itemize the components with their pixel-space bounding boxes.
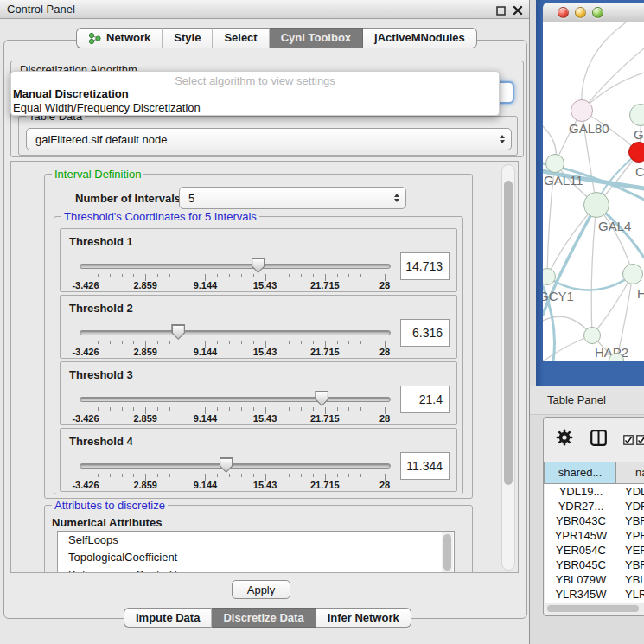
table-panel-titlebar: Table Panel <box>530 386 644 415</box>
numerical-attributes-heading: Numerical Attributes <box>52 516 162 529</box>
slider-track[interactable] <box>80 330 391 335</box>
table-horizontal-scrollbar[interactable] <box>545 603 644 613</box>
scrollbar-thumb[interactable] <box>547 605 639 612</box>
table-header-cell-na[interactable]: na <box>616 462 644 484</box>
network-canvas[interactable]: GAL80GALCGAL11GAL4GCY1HHAP2 <box>543 22 644 361</box>
threshold-value-field[interactable]: 21.4 <box>400 386 450 413</box>
threshold-value-field[interactable]: 6.316 <box>400 319 450 347</box>
control-panel-titlebar: Control Panel <box>0 0 529 19</box>
tab-select[interactable]: Select <box>213 28 269 48</box>
threshold-2-panel: Threshold 2-3.4262.8599.14415.4321.71528… <box>60 295 457 359</box>
num-intervals-label: Number of Intervals <box>75 192 181 205</box>
group-title: Threshold's Coordinates for 5 Intervals <box>61 210 259 223</box>
dropdown-option-manual-discretization[interactable]: Manual Discretization <box>11 87 499 101</box>
combo-stepper-icon <box>394 194 399 202</box>
table-cell: YPR145W <box>545 528 617 543</box>
network-node-h[interactable] <box>622 264 643 284</box>
dropdown-option-equal-width-frequency-discretization[interactable]: Equal Width/Frequency Discretization <box>11 101 499 115</box>
scrollbar-thumb[interactable] <box>443 534 451 571</box>
tab-impute-data[interactable]: Impute Data <box>124 608 212 628</box>
network-node-hap2[interactable] <box>583 327 601 344</box>
table-cell: YDR2 <box>617 499 644 513</box>
scrollbar-thumb[interactable] <box>504 181 513 485</box>
network-window-titlebar <box>543 3 644 22</box>
slider-ticks <box>86 405 385 413</box>
table-cell: YBR0 <box>617 558 644 572</box>
slider-track[interactable] <box>80 463 391 469</box>
table-row[interactable]: YDL19...YDL1 <box>545 484 644 499</box>
table-cell: YER0 <box>617 543 644 558</box>
table-row[interactable]: YLR345WYLR3 <box>545 587 644 602</box>
slider-tick-labels: -3.4262.8599.14415.4321.71528 <box>86 480 385 490</box>
tab-discretize-data[interactable]: Discretize Data <box>212 608 316 628</box>
table-row[interactable]: YDR27...YDR2 <box>545 499 644 513</box>
slider-thumb[interactable] <box>252 258 265 273</box>
attribute-item-selfloops[interactable]: SelfLoops <box>58 532 454 549</box>
apply-button[interactable]: Apply <box>232 580 290 599</box>
table-header-cell-shared[interactable]: shared... <box>544 462 616 484</box>
settings-gear-icon[interactable] <box>556 429 573 450</box>
table-cell: YDR27... <box>545 499 617 513</box>
float-window-button[interactable] <box>494 4 507 16</box>
tab-label: Impute Data <box>136 608 200 628</box>
slider-thumb[interactable] <box>220 457 233 473</box>
threshold-value-field[interactable]: 14.713 <box>400 252 450 280</box>
interval-definition-group: Interval Definition Number of Intervals … <box>44 174 473 499</box>
close-icon <box>513 5 523 16</box>
node-label: GAL4 <box>598 219 631 233</box>
tab-cyni-toolbox[interactable]: Cyni Toolbox <box>270 28 363 48</box>
attribute-item-topologicalcoefficient[interactable]: TopologicalCoefficient <box>58 549 454 566</box>
cyni-mode-tab-bar: Impute DataDiscretize DataInfer Network <box>124 608 411 628</box>
threshold-value-field[interactable]: 11.344 <box>400 452 450 480</box>
right-panel-area: GAL80GALCGAL11GAL4GCY1HHAP2 Table Panel <box>530 0 644 644</box>
network-node-gal80[interactable] <box>571 99 593 122</box>
close-window-button[interactable] <box>512 4 524 16</box>
tab-infer-network[interactable]: Infer Network <box>316 608 411 628</box>
slider-ticks <box>86 272 385 280</box>
network-node-gal11[interactable] <box>545 154 564 173</box>
threshold-3-panel: Threshold 3-3.4262.8599.14415.4321.71528… <box>60 361 457 425</box>
table-cell: YBR0 <box>617 513 644 528</box>
network-node-gal4[interactable] <box>583 192 609 218</box>
select-columns-checkbox-icon[interactable] <box>623 433 634 449</box>
threshold-4-panel: Threshold 4-3.4262.8599.14415.4321.71528… <box>60 428 457 492</box>
control-panel-window: Control Panel NetworkStyleSelectCyni Too… <box>0 0 530 644</box>
table-cell: YBR045C <box>545 558 617 572</box>
minimize-traffic-light-button[interactable] <box>575 7 586 18</box>
slider-track[interactable] <box>80 397 391 402</box>
settings-scrollbar[interactable] <box>501 164 515 571</box>
attributes-scrollbar[interactable] <box>442 532 453 572</box>
algorithm-dropdown-popup: Select algorithm to view settings Manual… <box>10 71 500 116</box>
threshold-1-panel: Threshold 1-3.4262.8599.14415.4321.71528… <box>60 228 457 292</box>
slider-track[interactable] <box>80 264 391 269</box>
attribute-item-betweennesscentrality[interactable]: BetweennessCentrality <box>58 566 454 573</box>
close-traffic-light-button[interactable] <box>558 7 569 18</box>
slider-thumb[interactable] <box>315 391 328 406</box>
node-label: GCY1 <box>543 289 574 303</box>
table-row[interactable]: YPR145WYPR1 <box>545 528 644 543</box>
tab-label: Discretize Data <box>223 608 303 628</box>
tab-label: Select <box>224 28 257 48</box>
node-label: GAL80 <box>569 121 609 136</box>
table-row[interactable]: YBR043CYBR0 <box>545 513 644 528</box>
select-all-checkbox-icon[interactable] <box>636 433 644 449</box>
num-intervals-combobox[interactable]: 5 <box>179 187 406 209</box>
table-cell: YBL0 <box>617 572 644 587</box>
slider-tick-labels: -3.4262.8599.14415.4321.71528 <box>86 280 385 290</box>
node-label: GAL11 <box>544 173 583 188</box>
window-title: Control Panel <box>7 0 75 19</box>
numerical-attributes-list[interactable]: SelfLoopsTopologicalCoefficientBetweenne… <box>57 531 455 573</box>
slider-thumb[interactable] <box>171 324 185 340</box>
table-row[interactable]: YBL079WYBL0 <box>545 572 644 587</box>
table-data-combobox[interactable]: galFiltered.sif default node <box>26 128 512 150</box>
tab-jactivemnodules[interactable]: jActiveMNodules <box>363 28 477 48</box>
split-columns-icon[interactable] <box>590 430 607 450</box>
network-node-c[interactable] <box>628 142 644 163</box>
slider-ticks <box>86 339 385 347</box>
tab-network[interactable]: Network <box>76 28 163 48</box>
table-cell: YBL079W <box>545 572 617 587</box>
zoom-traffic-light-button[interactable] <box>592 7 603 18</box>
table-row[interactable]: YER054CYER0 <box>545 543 644 558</box>
table-row[interactable]: YBR045CYBR0 <box>545 558 644 572</box>
tab-style[interactable]: Style <box>163 28 213 48</box>
